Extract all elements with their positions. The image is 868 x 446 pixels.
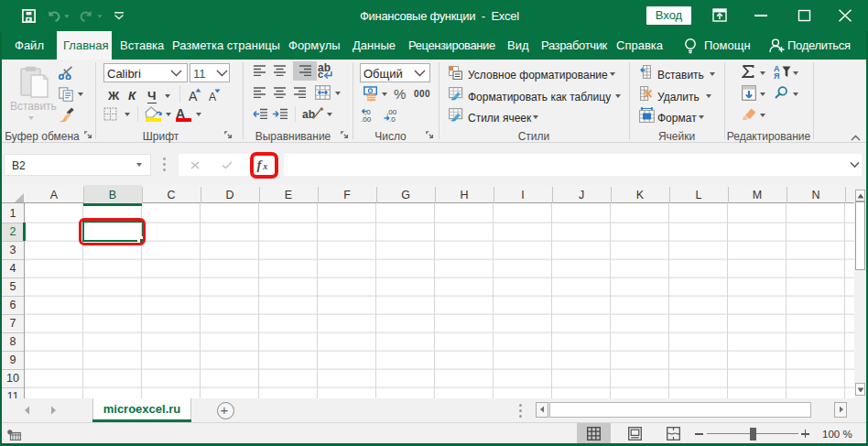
svg-text:,0: ,0 (389, 115, 396, 123)
svg-text:,00: ,00 (361, 115, 372, 123)
